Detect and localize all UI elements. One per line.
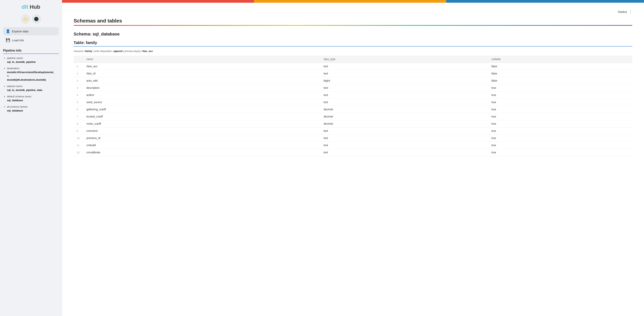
cell-index: 3 xyxy=(74,84,83,92)
cell-name: author xyxy=(83,92,320,99)
destination-value: duckdb:////Users/rahul/Desktop/tutorial_ xyxy=(7,70,59,74)
avatar-star[interactable]: ✨ xyxy=(21,15,30,23)
cell-index: 6 xyxy=(74,106,83,113)
default-schema-item: default schema name: sql_database xyxy=(7,95,59,102)
schema-table: name data_type nullable 0 rfam_acc text … xyxy=(74,56,632,156)
default-schema-value: sql_database xyxy=(7,99,59,102)
destination-module: duckdb(dlt.destinations.duckdb) xyxy=(7,78,59,82)
table-row: 2 auto_wiki bigint false xyxy=(74,77,632,84)
cell-datatype: text xyxy=(320,63,488,70)
pipeline-name-item: pipeline name: sql_to_duckdb_pipeline xyxy=(7,56,59,64)
nav-load-info[interactable]: 💾 Load info xyxy=(3,36,59,44)
schema-title: Schema: sql_database xyxy=(74,32,632,37)
cell-datatype: text xyxy=(320,127,488,135)
destination-label: destination: xyxy=(7,67,20,70)
cell-nullable: true xyxy=(488,135,632,142)
sidebar: dlt Hub ✨ 🌑 👤 Explore data 💾 Load info P… xyxy=(0,0,62,316)
page-header: Deploy ⋮ xyxy=(74,8,632,18)
pipeline-name-label: pipeline name: xyxy=(7,57,24,60)
table-row: 7 trusted_cutoff decimal true xyxy=(74,113,632,120)
page-title: Schemas and tables xyxy=(74,18,632,24)
dataset-name-label: dataset name: xyxy=(7,85,23,88)
logo-hub: Hub xyxy=(30,4,40,10)
cell-index: 5 xyxy=(74,99,83,106)
pipeline-name-value: sql_to_duckdb_pipeline xyxy=(7,60,59,64)
cell-name: seed_source xyxy=(83,99,320,106)
col-datatype-header: data_type xyxy=(320,56,488,63)
destination-item: destination: duckdb:////Users/rahul/Desk… xyxy=(7,67,59,82)
cell-name: gathering_cutoff xyxy=(83,106,320,113)
cell-name: noise_cutoff xyxy=(83,120,320,127)
cell-index: 7 xyxy=(74,113,83,120)
cell-datatype: text xyxy=(320,135,488,142)
top-color-bar xyxy=(62,0,644,3)
table-row: 6 gathering_cutoff decimal true xyxy=(74,106,632,113)
main-content: Deploy ⋮ Schemas and tables Schema: sql_… xyxy=(62,0,644,316)
cell-index: 10 xyxy=(74,135,83,142)
cell-nullable: true xyxy=(488,84,632,92)
nav-explore-data[interactable]: 👤 Explore data xyxy=(3,27,59,35)
cell-index: 12 xyxy=(74,149,83,156)
primary-keys: rfam_acc xyxy=(142,50,153,53)
explore-data-icon: 👤 xyxy=(6,29,10,33)
cell-datatype: text xyxy=(320,84,488,92)
cell-nullable: true xyxy=(488,92,632,99)
cell-nullable: true xyxy=(488,149,632,156)
pipeline-info-title: Pipeline info xyxy=(3,49,59,54)
avatar-row: ✨ 🌑 xyxy=(3,15,59,23)
dataset-name-item: dataset name: sql_to_duckdb_pipeline_dat… xyxy=(7,84,59,92)
cell-name: rfam_acc xyxy=(83,63,320,70)
cell-nullable: false xyxy=(488,63,632,70)
cell-nullable: true xyxy=(488,142,632,149)
default-schema-label: default schema name: xyxy=(7,95,32,98)
table-row: 8 noise_cutoff decimal true xyxy=(74,120,632,127)
load-info-icon: 💾 xyxy=(6,38,10,42)
cell-datatype: text xyxy=(320,99,488,106)
cell-name: trusted_cutoff xyxy=(83,113,320,120)
dataset-name-value: sql_to_duckdb_pipeline_data xyxy=(7,88,59,92)
resource-info: resource: family | write disposition: ap… xyxy=(74,50,632,53)
cell-name: description xyxy=(83,84,320,92)
table-row: 4 author text true xyxy=(74,92,632,99)
logo-dlt: dlt xyxy=(22,4,28,10)
pipeline-info-list: pipeline name: sql_to_duckdb_pipeline de… xyxy=(3,56,59,112)
logo: dlt Hub xyxy=(3,4,59,10)
cell-nullable: true xyxy=(488,120,632,127)
avatar-moon[interactable]: 🌑 xyxy=(32,15,41,23)
all-schemas-label: all schema names: xyxy=(7,105,28,108)
nav-explore-data-label: Explore data xyxy=(12,30,28,33)
col-nullable-header: nullable xyxy=(488,56,632,63)
table-title: Table: family xyxy=(74,41,632,45)
cell-datatype: decimal xyxy=(320,120,488,127)
cell-datatype: decimal xyxy=(320,113,488,120)
table-row: 3 description text true xyxy=(74,84,632,92)
cell-nullable: true xyxy=(488,113,632,120)
cell-index: 11 xyxy=(74,142,83,149)
table-row: 10 previous_id text true xyxy=(74,135,632,142)
cell-datatype: decimal xyxy=(320,106,488,113)
table-header-row: name data_type nullable xyxy=(74,56,632,63)
destination-extra: in xyxy=(7,75,9,77)
pipeline-info-section: Pipeline info pipeline name: sql_to_duck… xyxy=(3,49,59,115)
deploy-button[interactable]: Deploy xyxy=(618,10,627,13)
cell-datatype: text xyxy=(320,92,488,99)
table-row: 12 cmcalibrate text true xyxy=(74,149,632,156)
cell-index: 2 xyxy=(74,77,83,84)
table-body: 0 rfam_acc text false 1 rfam_id text fal… xyxy=(74,63,632,156)
cell-name: rfam_id xyxy=(83,70,320,77)
cell-datatype: text xyxy=(320,149,488,156)
more-options-icon[interactable]: ⋮ xyxy=(628,9,632,14)
cell-name: previous_id xyxy=(83,135,320,142)
cell-nullable: true xyxy=(488,106,632,113)
cell-nullable: true xyxy=(488,127,632,135)
table-row: 11 cmbuild text true xyxy=(74,142,632,149)
all-schemas-value: sql_database xyxy=(7,109,59,113)
cell-nullable: false xyxy=(488,77,632,84)
cell-name: auto_wiki xyxy=(83,77,320,84)
rainbow-divider xyxy=(74,25,632,26)
col-index-header xyxy=(74,56,83,63)
cell-name: cmcalibrate xyxy=(83,149,320,156)
all-schemas-item: all schema names: sql_database xyxy=(7,105,59,112)
cell-index: 4 xyxy=(74,92,83,99)
write-disposition: append xyxy=(114,50,122,53)
